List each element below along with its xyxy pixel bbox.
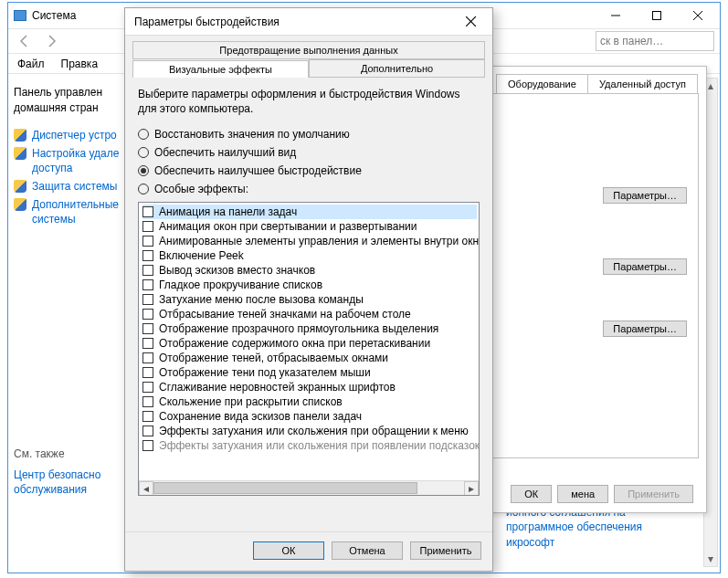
tab-hardware[interactable]: Оборудование	[496, 74, 588, 93]
checkbox-icon[interactable]	[142, 221, 153, 232]
menu-file[interactable]: Файл	[17, 58, 45, 70]
checkbox-icon[interactable]	[142, 382, 153, 393]
radio-label: Особые эффекты:	[154, 183, 248, 195]
effect-item[interactable]: Анимированные элементы управления и элем…	[142, 234, 477, 248]
effects-listbox[interactable]: Анимация на панели задачАнимация окон пр…	[138, 202, 480, 496]
menu-edit[interactable]: Правка	[61, 58, 99, 70]
sheet-apply-button[interactable]: Применить	[614, 485, 693, 503]
radio-option-1[interactable]: Обеспечить наилучший вид	[138, 143, 480, 162]
radio-label: Восстановить значения по умолчанию	[154, 128, 350, 141]
scroll-left-icon[interactable]: ◂	[139, 481, 153, 496]
radio-option-0[interactable]: Восстановить значения по умолчанию	[138, 125, 480, 143]
checkbox-icon[interactable]	[142, 352, 153, 363]
search-input[interactable]: ск в панел…	[596, 31, 714, 51]
svg-rect-1	[652, 12, 660, 20]
tab-advanced[interactable]: Дополнительно	[309, 59, 485, 77]
checkbox-icon[interactable]	[142, 440, 153, 451]
effect-label: Включение Peek	[159, 249, 244, 262]
effect-label: Скольжение при раскрытии списков	[159, 395, 343, 408]
ok-button[interactable]: ОК	[253, 541, 324, 560]
effect-item[interactable]: Сглаживание неровностей экранных шрифтов	[142, 380, 477, 394]
effect-item[interactable]: Анимация окон при свертывании и разверты…	[142, 219, 477, 234]
effect-label: Эффекты затухания или скольжения при обр…	[159, 425, 469, 437]
apply-button[interactable]: Применить	[410, 541, 481, 560]
effect-item[interactable]: Скольжение при раскрытии списков	[142, 394, 477, 409]
effect-label: Отображение прозрачного прямоугольника в…	[159, 322, 438, 335]
effect-label: Отбрасывание теней значками на рабочем с…	[159, 308, 411, 321]
effect-item[interactable]: Эффекты затухания или скольжения при обр…	[142, 424, 477, 438]
effect-label: Анимированные элементы управления и элем…	[159, 235, 479, 247]
horizontal-scrollbar[interactable]: ◂ ▸	[139, 480, 479, 495]
back-button[interactable]	[14, 30, 36, 52]
radio-icon	[138, 184, 149, 194]
performance-options-dialog: Параметры быстродействия Предотвращение …	[124, 7, 493, 572]
radio-option-2[interactable]: Обеспечить наилучшее быстродействие	[138, 162, 480, 180]
checkbox-icon[interactable]	[142, 367, 153, 378]
effect-item[interactable]: Отбрасывание теней значками на рабочем с…	[142, 307, 477, 321]
effect-item[interactable]: Отображение прозрачного прямоугольника в…	[142, 321, 477, 336]
effect-label: Отображение тени под указателем мыши	[159, 366, 371, 379]
checkbox-icon[interactable]	[142, 265, 153, 276]
sheet-cancel-button[interactable]: мена	[557, 485, 608, 503]
effect-item[interactable]: Эффекты затухания или скольжения при поя…	[142, 438, 477, 453]
scroll-right-icon[interactable]: ▸	[464, 481, 479, 496]
effect-label: Сглаживание неровностей экранных шрифтов	[159, 381, 396, 394]
scrollbar-thumb[interactable]	[153, 482, 417, 494]
effect-item[interactable]: Гладкое прокручивание списков	[142, 278, 477, 292]
radio-label: Обеспечить наилучший вид	[154, 146, 296, 159]
effect-item[interactable]: Включение Peek	[142, 248, 477, 263]
radio-icon	[138, 129, 149, 140]
shield-icon	[14, 180, 26, 193]
effect-item[interactable]: Вывод эскизов вместо значков	[142, 263, 477, 278]
system-icon	[14, 10, 26, 21]
checkbox-icon[interactable]	[142, 309, 153, 320]
checkbox-icon[interactable]	[142, 279, 153, 290]
radio-option-3[interactable]: Особые эффекты:	[138, 180, 480, 198]
effect-label: Вывод эскизов вместо значков	[159, 264, 315, 277]
params-button-1[interactable]: Параметры…	[603, 187, 687, 204]
effect-label: Отображение теней, отбрасываемых окнами	[159, 352, 388, 364]
checkbox-icon[interactable]	[142, 294, 153, 305]
radio-icon	[138, 147, 149, 158]
checkbox-icon[interactable]	[142, 236, 153, 247]
checkbox-icon[interactable]	[142, 411, 153, 422]
dialog-intro: Выберите параметры оформления и быстроде…	[138, 87, 480, 116]
effect-item[interactable]: Анимация на панели задач	[142, 205, 477, 219]
bg-close-button[interactable]	[677, 3, 718, 28]
maximize-button[interactable]	[636, 3, 677, 28]
checkbox-icon[interactable]	[142, 426, 153, 436]
checkbox-icon[interactable]	[142, 250, 153, 261]
checkbox-icon[interactable]	[142, 323, 153, 334]
effect-label: Анимация на панели задач	[159, 205, 297, 218]
forward-button[interactable]	[41, 30, 63, 52]
tab-remote[interactable]: Удаленный доступ	[587, 74, 698, 93]
effect-label: Отображение содержимого окна при перетас…	[159, 337, 430, 350]
effect-label: Гладкое прокручивание списков	[159, 278, 322, 291]
close-button[interactable]	[450, 9, 491, 35]
checkbox-icon[interactable]	[142, 206, 153, 217]
scroll-down-icon[interactable]: ▾	[704, 552, 717, 566]
checkbox-icon[interactable]	[142, 396, 153, 407]
minimize-button[interactable]	[595, 3, 636, 28]
shield-icon	[14, 147, 26, 160]
tab-dep[interactable]: Предотвращение выполнения данных	[132, 41, 485, 59]
effect-item[interactable]: Отображение содержимого окна при перетас…	[142, 336, 477, 351]
effect-item[interactable]: Отображение теней, отбрасываемых окнами	[142, 351, 477, 365]
effect-item[interactable]: Сохранение вида эскизов панели задач	[142, 409, 477, 424]
cancel-button[interactable]: Отмена	[332, 541, 403, 560]
search-placeholder: ск в панел…	[600, 35, 663, 47]
sheet-ok-button[interactable]: ОК	[511, 485, 552, 503]
shield-icon	[14, 198, 26, 211]
effect-item[interactable]: Затухание меню после вызова команды	[142, 292, 477, 307]
dialog-title: Параметры быстродействия	[134, 16, 280, 28]
params-button-2[interactable]: Параметры…	[603, 258, 687, 275]
effect-label: Анимация окон при свертывании и разверты…	[159, 220, 417, 233]
shield-icon	[14, 129, 26, 142]
checkbox-icon[interactable]	[142, 338, 153, 349]
tab-visual-effects[interactable]: Визуальные эффекты	[132, 60, 309, 78]
params-button-3[interactable]: Параметры…	[603, 321, 687, 337]
effect-label: Эффекты затухания или скольжения при поя…	[159, 439, 480, 452]
effect-label: Сохранение вида эскизов панели задач	[159, 410, 362, 423]
effect-item[interactable]: Отображение тени под указателем мыши	[142, 365, 477, 380]
effect-label: Затухание меню после вызова команды	[159, 293, 364, 306]
